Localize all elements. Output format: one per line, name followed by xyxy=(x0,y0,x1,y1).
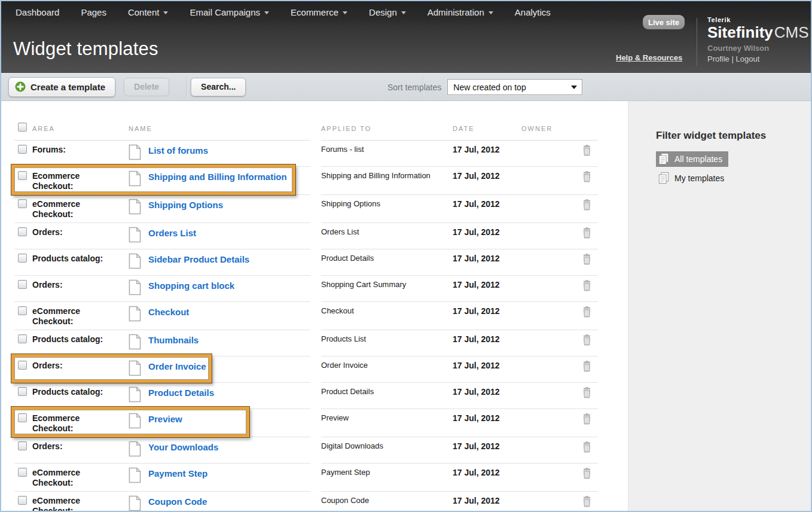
nav-ecommerce[interactable]: Ecommerce xyxy=(291,7,347,17)
template-name-link[interactable]: Sidebar Product Details xyxy=(148,254,249,264)
trash-icon[interactable] xyxy=(582,254,592,267)
row-checkbox[interactable] xyxy=(18,306,27,315)
trash-icon[interactable] xyxy=(582,199,592,213)
page-icon xyxy=(129,386,141,405)
row-checkbox[interactable] xyxy=(18,413,27,422)
user-links: Profile | Logout xyxy=(707,54,759,63)
template-name-link[interactable]: Shopping cart block xyxy=(148,281,234,291)
template-name-link[interactable]: Coupon Code xyxy=(148,496,207,507)
main-nav: Dashboard Pages Content Email Campaigns … xyxy=(1,1,811,17)
filter-sidebar-title: Filter widget templates xyxy=(656,130,811,142)
help-resources-link[interactable]: Help & Resources xyxy=(616,53,682,62)
row-checkbox[interactable] xyxy=(18,387,27,396)
profile-link[interactable]: Profile xyxy=(707,54,729,63)
nav-administration[interactable]: Administration xyxy=(428,7,493,17)
sort-dropdown[interactable]: New created on top xyxy=(447,79,582,95)
table-row: Ecommerce Checkout: Shipping and Billing… xyxy=(14,167,628,195)
row-checkbox[interactable] xyxy=(18,254,27,263)
trash-icon[interactable] xyxy=(582,306,592,320)
row-date: 17 Jul, 2012 xyxy=(453,356,521,383)
row-checkbox[interactable] xyxy=(18,280,27,289)
logout-link[interactable]: Logout xyxy=(736,54,760,63)
row-area: Orders: xyxy=(32,276,124,302)
chevron-down-icon xyxy=(489,11,493,14)
nav-content[interactable]: Content xyxy=(128,7,169,17)
plus-icon xyxy=(15,81,26,92)
toolbar: Create a template Delete Search... Sort … xyxy=(1,73,811,101)
table-row: Orders: Shopping cart block Shopping Car… xyxy=(14,276,628,302)
delete-button[interactable]: Delete xyxy=(124,78,169,96)
live-site-button[interactable]: Live site xyxy=(643,15,685,29)
links-separator: | xyxy=(731,54,733,63)
row-area: Ecommerce Checkout: xyxy=(32,409,124,437)
template-name-link[interactable]: Payment Step xyxy=(148,468,207,479)
create-template-button[interactable]: Create a template xyxy=(8,77,115,97)
filter-my-templates[interactable]: My templates xyxy=(656,170,730,186)
template-name-link[interactable]: Thumbnails xyxy=(148,335,199,345)
row-checkbox[interactable] xyxy=(18,227,27,236)
trash-icon[interactable] xyxy=(582,361,592,374)
toolbar-divider xyxy=(187,76,187,98)
row-date: 17 Jul, 2012 xyxy=(453,249,521,276)
nav-dashboard[interactable]: Dashboard xyxy=(16,7,59,17)
row-applied-to: Coupon Code xyxy=(321,492,453,512)
template-name-link[interactable]: Your Downloads xyxy=(148,442,218,452)
trash-icon[interactable] xyxy=(582,280,592,294)
nav-pages[interactable]: Pages xyxy=(81,7,106,17)
sort-templates-label: Sort templates xyxy=(387,83,441,92)
trash-icon[interactable] xyxy=(582,441,592,455)
trash-icon[interactable] xyxy=(582,496,592,510)
row-applied-to: Product Details xyxy=(321,383,453,409)
chevron-down-icon xyxy=(163,11,168,14)
row-owner xyxy=(521,195,574,223)
row-checkbox[interactable] xyxy=(18,171,27,180)
trash-icon[interactable] xyxy=(582,413,592,427)
row-checkbox[interactable] xyxy=(18,334,27,343)
search-button[interactable]: Search... xyxy=(191,78,246,96)
row-checkbox[interactable] xyxy=(18,496,27,505)
nav-design[interactable]: Design xyxy=(369,7,406,17)
row-area: eCommerce Checkout: xyxy=(32,464,124,492)
row-date: 17 Jul, 2012 xyxy=(453,167,521,195)
trash-icon[interactable] xyxy=(582,468,592,481)
row-checkbox[interactable] xyxy=(18,361,27,370)
row-checkbox[interactable] xyxy=(18,441,27,450)
row-date: 17 Jul, 2012 xyxy=(453,464,521,492)
row-owner xyxy=(521,356,574,383)
filter-sidebar: Filter widget templates All templates My… xyxy=(628,101,811,511)
trash-icon[interactable] xyxy=(582,171,592,185)
row-area: Orders: xyxy=(32,223,124,249)
template-name-link[interactable]: Shipping and Billing Information xyxy=(148,172,287,182)
row-applied-to: Product Details xyxy=(321,249,453,276)
page-icon xyxy=(129,279,141,298)
row-area: Ecommerce Checkout: xyxy=(32,167,124,195)
trash-icon[interactable] xyxy=(582,227,592,241)
row-applied-to: Shipping and Billing Information xyxy=(321,167,453,195)
row-checkbox[interactable] xyxy=(18,199,27,208)
row-owner xyxy=(521,141,574,167)
row-area: eCommerce Checkout: xyxy=(32,302,124,330)
table-row: Forums: List of forums Forums - list 17 … xyxy=(14,141,628,167)
template-name-link[interactable]: Checkout xyxy=(148,307,189,317)
template-name-link[interactable]: List of forums xyxy=(148,145,208,156)
template-name-link[interactable]: Preview xyxy=(148,414,182,424)
trash-icon[interactable] xyxy=(582,334,592,348)
page-icon xyxy=(129,170,141,189)
template-name-link[interactable]: Orders List xyxy=(148,228,196,238)
nav-email-campaigns[interactable]: Email Campaigns xyxy=(190,7,269,17)
trash-icon[interactable] xyxy=(582,145,592,159)
nav-analytics[interactable]: Analytics xyxy=(515,7,551,17)
filter-all-templates[interactable]: All templates xyxy=(656,151,728,167)
row-checkbox[interactable] xyxy=(18,145,27,154)
template-name-link[interactable]: Order Invoice xyxy=(148,361,206,371)
page-icon xyxy=(129,413,141,431)
column-header-applied-to: APPLIED TO xyxy=(321,125,371,132)
templates-list-panel: AREA NAME APPLIED TO DATE OWNER Forums: … xyxy=(1,101,628,511)
template-name-link[interactable]: Shipping Options xyxy=(148,200,223,210)
row-applied-to: Checkout xyxy=(321,302,453,330)
select-all-checkbox[interactable] xyxy=(18,123,27,132)
row-owner xyxy=(521,302,574,330)
trash-icon[interactable] xyxy=(582,387,592,401)
template-name-link[interactable]: Product Details xyxy=(148,388,214,398)
row-checkbox[interactable] xyxy=(18,468,27,477)
